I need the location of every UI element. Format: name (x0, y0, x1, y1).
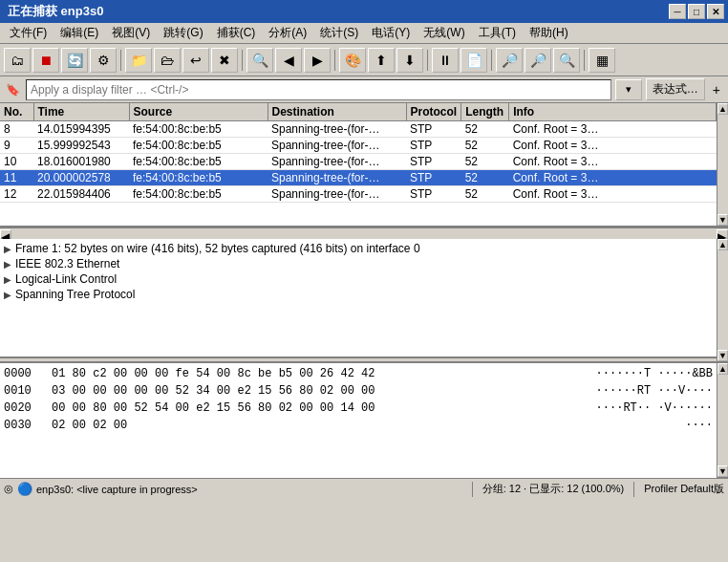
toolbar-zoom-norm[interactable]: 🔍 (553, 48, 580, 73)
hex-scrollbar[interactable]: ▲ ▼ (717, 363, 728, 477)
packet-list-scrollbar[interactable]: ▲ ▼ (717, 103, 728, 226)
cell-no: 10 (0, 154, 33, 170)
table-row[interactable]: 10 18.016001980 fe:54:00:8c:be:b5 Spanni… (0, 154, 717, 170)
window-controls: ─ □ ✕ (669, 4, 724, 19)
toolbar-close[interactable]: 🗁 (154, 48, 181, 73)
expand-icon: ▶ (4, 290, 11, 300)
detail-scroll-down[interactable]: ▼ (717, 350, 728, 361)
capture-icon: ◎ (4, 483, 13, 495)
table-row[interactable]: 11 20.000002578 fe:54:00:8c:be:b5 Spanni… (0, 170, 717, 186)
hex-scroll-down[interactable]: ▼ (717, 465, 728, 477)
toolbar-resize[interactable]: ▦ (589, 48, 615, 73)
hex-scroll-up[interactable]: ▲ (717, 363, 728, 375)
table-row[interactable]: 8 14.015994395 fe:54:00:8c:be:b5 Spannin… (0, 121, 717, 138)
hex-bytes: 00 00 80 00 52 54 00 e2 15 56 80 02 00 0… (52, 400, 585, 417)
status-packets: 分组: 12 · 已显示: 12 (100.0%) (482, 482, 625, 496)
status-divider-2 (633, 482, 634, 497)
filter-expression-button[interactable]: 表达式… (646, 78, 705, 100)
cell-length: 52 (461, 170, 509, 186)
hex-offset: 0000 (4, 365, 40, 382)
hex-offset: 0020 (4, 400, 40, 417)
status-divider-1 (472, 482, 473, 497)
detail-item[interactable]: ▶Logical-Link Control (4, 271, 713, 287)
info-icon: 🔵 (17, 482, 32, 496)
toolbar: 🗂 ⏹ 🔄 ⚙ 📁 🗁 ↩ ✖ 🔍 ◀ ▶ 🎨 ⬆ ⬇ ⏸ 📄 🔎 🔎 🔍 ▦ (0, 44, 728, 76)
menu-jump[interactable]: 跳转(G) (158, 23, 208, 43)
cell-time: 20.000002578 (33, 170, 129, 186)
toolbar-save[interactable]: 📁 (125, 48, 152, 73)
table-row[interactable]: 12 22.015984406 fe:54:00:8c:be:b5 Spanni… (0, 186, 717, 203)
cell-time: 18.016001980 (33, 154, 129, 170)
menu-edit[interactable]: 编辑(E) (54, 23, 104, 43)
menu-analyze[interactable]: 分析(A) (263, 23, 312, 43)
toolbar-doc[interactable]: 📄 (460, 48, 487, 73)
toolbar-restart[interactable]: 🔄 (61, 48, 88, 73)
toolbar-down[interactable]: ⬇ (396, 48, 423, 73)
title-bar: 正在捕获 enp3s0 ─ □ ✕ (0, 0, 728, 23)
menu-capture[interactable]: 捕获(C) (211, 23, 262, 43)
menu-tools[interactable]: 工具(T) (473, 23, 522, 43)
hex-row: 0030 02 00 02 00 ···· (4, 417, 713, 434)
status-interface: enp3s0: <live capture in progress> (36, 484, 198, 495)
toolbar-colorize[interactable]: 🎨 (339, 48, 366, 73)
toolbar-open[interactable]: 🗂 (4, 48, 31, 73)
menu-stats[interactable]: 统计(S) (314, 23, 364, 43)
toolbar-reload[interactable]: ↩ (182, 48, 209, 73)
toolbar-pause[interactable]: ⏸ (432, 48, 459, 73)
toolbar-back[interactable]: ◀ (275, 48, 302, 73)
close-button[interactable]: ✕ (707, 4, 724, 19)
hscroll-right[interactable]: ▶ (717, 229, 728, 239)
toolbar-print[interactable]: ✖ (211, 48, 238, 73)
filter-dropdown-button[interactable]: ▾ (615, 79, 642, 100)
toolbar-sep-1 (120, 50, 121, 71)
menu-phone[interactable]: 电话(Y) (366, 23, 416, 43)
detail-item[interactable]: ▶Spanning Tree Protocol (4, 287, 713, 302)
hscroll-left[interactable]: ◀ (0, 229, 11, 239)
toolbar-stop[interactable]: ⏹ (32, 48, 59, 73)
cell-time: 22.015984406 (33, 186, 129, 203)
hex-offset: 0030 (4, 417, 40, 434)
hex-pane: 0000 01 80 c2 00 00 00 fe 54 00 8c be b5… (0, 363, 717, 478)
cell-length: 52 (461, 186, 509, 203)
toolbar-zoom-in[interactable]: 🔎 (496, 48, 523, 73)
cell-no: 9 (0, 138, 33, 154)
toolbar-zoom-out[interactable]: 🔎 (525, 48, 551, 73)
detail-scrollbar[interactable]: ▲ ▼ (717, 239, 728, 361)
toolbar-options[interactable]: ⚙ (90, 48, 117, 73)
cell-info: Conf. Root = 3… (509, 138, 717, 154)
cell-source: fe:54:00:8c:be:b5 (129, 121, 268, 138)
cell-source: fe:54:00:8c:be:b5 (129, 138, 268, 154)
menu-wireless[interactable]: 无线(W) (418, 23, 470, 43)
menu-file[interactable]: 文件(F) (4, 23, 53, 43)
cell-source: fe:54:00:8c:be:b5 (129, 154, 268, 170)
minimize-button[interactable]: ─ (669, 4, 686, 19)
toolbar-find[interactable]: 🔍 (246, 48, 273, 73)
hex-bytes: 03 00 00 00 00 00 52 34 00 e2 15 56 80 0… (52, 382, 585, 400)
detail-item[interactable]: ▶IEEE 802.3 Ethernet (4, 256, 713, 271)
hex-ascii: ·······T ·····&BB (596, 365, 713, 382)
toolbar-forward[interactable]: ▶ (304, 48, 331, 73)
scrollbar-up[interactable]: ▲ (717, 103, 728, 115)
detail-scroll-up[interactable]: ▲ (717, 239, 728, 250)
filter-icon: 🔖 (4, 81, 22, 98)
cell-destination: Spanning-tree-(for-… (268, 154, 406, 170)
cell-protocol: STP (406, 121, 461, 138)
filter-input[interactable] (26, 79, 611, 100)
packet-list-hscroll[interactable]: ◀ ▶ (0, 227, 728, 239)
detail-item[interactable]: ▶Frame 1: 52 bytes on wire (416 bits), 5… (4, 241, 713, 256)
scrollbar-down[interactable]: ▼ (717, 214, 728, 226)
window-title: 正在捕获 enp3s0 (8, 3, 103, 20)
packet-table: No. Time Source Destination Protocol Len… (0, 103, 717, 203)
menu-view[interactable]: 视图(V) (106, 23, 156, 43)
detail-label: Frame 1: 52 bytes on wire (416 bits), 52… (15, 242, 420, 255)
menu-help[interactable]: 帮助(H) (524, 23, 574, 43)
expand-icon: ▶ (4, 244, 11, 254)
table-row[interactable]: 9 15.999992543 fe:54:00:8c:be:b5 Spannin… (0, 138, 717, 154)
hex-ascii: ······RT ···V···· (596, 382, 713, 400)
toolbar-up[interactable]: ⬆ (368, 48, 395, 73)
toolbar-sep-4 (427, 50, 428, 71)
filter-add-button[interactable]: + (709, 80, 724, 99)
maximize-button[interactable]: □ (688, 4, 705, 19)
expand-icon: ▶ (4, 259, 11, 270)
col-header-protocol: Protocol (406, 103, 461, 121)
